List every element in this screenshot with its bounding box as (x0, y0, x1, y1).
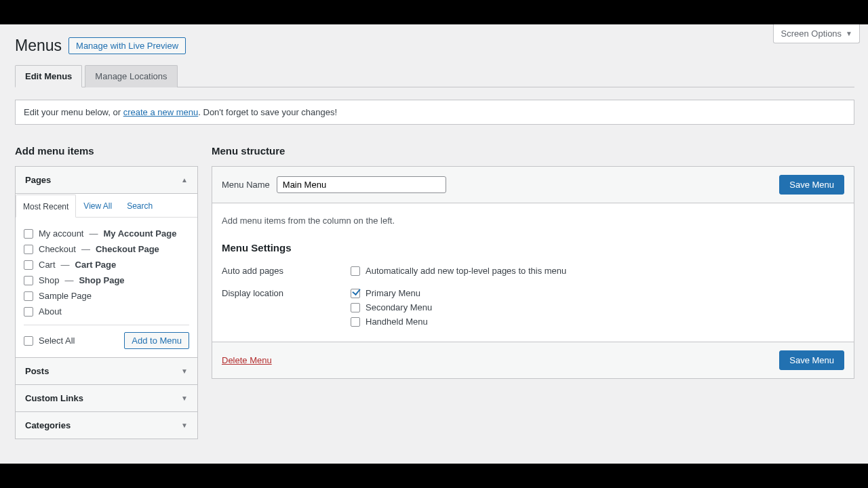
page-title-text: Checkout (39, 244, 76, 254)
tabs: Edit Menus Manage Locations (15, 64, 854, 87)
page-suffix: Cart Page (75, 260, 117, 270)
auto-add-label: Auto add pages (222, 266, 351, 280)
notice-text-before: Edit your menu below, or (24, 107, 123, 117)
accordion-custom-links-header[interactable]: Custom Links ▼ (16, 384, 197, 411)
page-checkbox[interactable] (24, 276, 33, 285)
page-title-text: Shop (39, 275, 59, 285)
select-all-label: Select All (39, 336, 75, 346)
info-notice: Edit your menu below, or create a new me… (15, 100, 854, 125)
page-item: About (24, 304, 189, 319)
location-handheld-option[interactable]: Handheld Menu (351, 317, 432, 327)
delete-menu-link[interactable]: Delete Menu (222, 355, 272, 365)
top-black-bar (0, 0, 868, 24)
secondary-menu-text: Secondary Menu (366, 302, 432, 312)
screen-options-toggle[interactable]: Screen Options ▼ (773, 24, 860, 43)
subtab-most-recent[interactable]: Most Recent (16, 195, 76, 218)
manage-live-preview-button[interactable]: Manage with Live Preview (68, 37, 186, 54)
secondary-menu-checkbox[interactable] (351, 303, 360, 312)
menu-body-hint: Add menu items from the column on the le… (212, 203, 854, 242)
menu-settings-heading: Menu Settings (222, 242, 844, 253)
display-location-label: Display location (222, 288, 351, 331)
accordion-categories-label: Categories (25, 420, 71, 430)
notice-text-after: . Don't forget to save your changes! (198, 107, 337, 117)
select-all-checkbox[interactable] (24, 336, 33, 346)
location-primary-option[interactable]: Primary Menu (351, 288, 432, 298)
add-menu-items-heading: Add menu items (15, 145, 198, 157)
handheld-menu-checkbox[interactable] (351, 317, 360, 327)
menu-name-input[interactable] (277, 176, 446, 193)
page-title-text: My account (39, 228, 83, 239)
save-menu-button-bottom[interactable]: Save Menu (779, 350, 844, 370)
accordion-pages-header[interactable]: Pages ▲ (16, 167, 197, 193)
create-new-menu-link[interactable]: create a new menu (123, 107, 199, 117)
page-checkbox[interactable] (24, 291, 33, 301)
page-checkbox[interactable] (24, 245, 33, 254)
screen-options-label: Screen Options (781, 28, 842, 39)
caret-down-icon: ▼ (181, 367, 188, 375)
page-item: Shop — Shop Page (24, 272, 189, 288)
page-checkbox[interactable] (24, 260, 33, 270)
page-suffix: My Account Page (103, 228, 176, 239)
caret-up-icon: ▲ (181, 176, 188, 184)
page-item: Cart — Cart Page (24, 257, 189, 272)
add-to-menu-button[interactable]: Add to Menu (124, 332, 189, 349)
page-title-text: Sample Page (39, 291, 92, 301)
caret-down-icon: ▼ (846, 30, 852, 37)
accordion-posts-label: Posts (25, 366, 49, 376)
save-menu-button-top[interactable]: Save Menu (779, 175, 844, 195)
page-suffix: Checkout Page (96, 244, 159, 254)
page-title: Menus (15, 37, 62, 55)
auto-add-option[interactable]: Automatically add new top-level pages to… (351, 266, 566, 276)
location-secondary-option[interactable]: Secondary Menu (351, 302, 432, 312)
caret-down-icon: ▼ (181, 394, 188, 402)
page-item: Sample Page (24, 288, 189, 304)
primary-menu-text: Primary Menu (366, 288, 420, 298)
accordion-categories-header[interactable]: Categories ▼ (16, 411, 197, 439)
page-title-text: Cart (39, 260, 56, 270)
page-title-text: About (39, 306, 62, 317)
accordion-pages-label: Pages (25, 175, 51, 185)
page-checkbox[interactable] (24, 307, 33, 317)
page-suffix: Shop Page (79, 275, 124, 285)
subtab-search[interactable]: Search (119, 194, 160, 217)
primary-menu-checkbox[interactable] (351, 289, 360, 298)
auto-add-text: Automatically add new top-level pages to… (366, 266, 566, 276)
menu-name-label: Menu Name (222, 180, 270, 190)
tab-manage-locations[interactable]: Manage Locations (85, 65, 177, 87)
page-checkbox[interactable] (24, 229, 33, 239)
handheld-menu-text: Handheld Menu (366, 317, 428, 327)
page-item: Checkout — Checkout Page (24, 241, 189, 257)
menu-structure-heading: Menu structure (212, 145, 854, 157)
tab-edit-menus[interactable]: Edit Menus (15, 65, 82, 87)
subtab-view-all[interactable]: View All (76, 194, 119, 217)
page-item: My account — My Account Page (24, 226, 189, 241)
auto-add-checkbox[interactable] (351, 266, 360, 276)
caret-down-icon: ▼ (181, 422, 188, 429)
accordion-custom-links-label: Custom Links (25, 393, 83, 403)
accordion-posts-header[interactable]: Posts ▼ (16, 357, 197, 384)
